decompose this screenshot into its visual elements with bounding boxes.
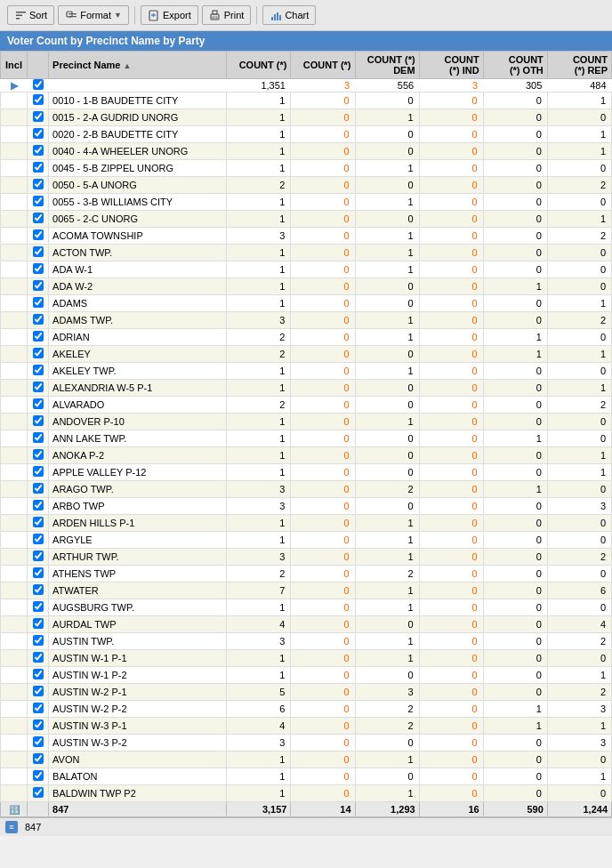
row-checkbox[interactable] [33,466,44,477]
row-checkbox[interactable] [33,449,44,460]
row-check[interactable] [28,515,49,532]
row-check[interactable] [28,464,49,481]
row-check[interactable] [28,109,49,126]
row-check[interactable] [28,768,49,785]
row-check[interactable] [28,329,49,346]
row-check[interactable] [28,735,49,751]
row-check[interactable] [28,532,49,549]
row-check[interactable] [28,447,49,464]
row-checkbox[interactable] [33,297,44,308]
row-checkbox[interactable] [33,753,44,764]
row-checkbox[interactable] [33,365,44,375]
export-button[interactable]: Export [141,5,198,25]
row-checkbox[interactable] [33,229,44,240]
row-co: 0 [483,583,547,599]
row-check[interactable] [28,599,49,616]
row-check[interactable] [28,498,49,515]
row-check[interactable] [28,261,49,278]
row-check[interactable] [28,312,49,329]
row-checkbox[interactable] [33,314,44,325]
row-cs: 4 [227,616,291,633]
row-check[interactable] [28,92,49,109]
row-checkbox[interactable] [33,770,44,781]
table-row: ARAGO TWP. 3 0 2 0 1 0 [1,481,612,498]
row-checkbox[interactable] [33,145,44,156]
row-check[interactable] [28,785,49,802]
row-check[interactable] [28,143,49,160]
row-checkbox[interactable] [33,111,44,122]
print-button[interactable]: Print [202,5,252,25]
row-checkbox[interactable] [33,551,44,561]
row-check[interactable] [28,245,49,261]
row-check[interactable] [28,701,49,718]
row-check[interactable] [28,397,49,414]
row-check[interactable] [28,667,49,684]
row-checkbox[interactable] [33,601,44,612]
row-checkbox[interactable] [33,719,44,730]
row-checkbox[interactable] [33,652,44,663]
row-check[interactable] [28,566,49,583]
row-check[interactable] [28,346,49,363]
row-check[interactable] [28,211,49,228]
row-check[interactable] [28,228,49,245]
row-ci: 0 [419,228,483,245]
row-check[interactable] [28,751,49,768]
row-check[interactable] [28,380,49,397]
sort-button[interactable]: Sort [7,5,54,25]
row-check[interactable] [28,278,49,295]
row-check[interactable] [28,583,49,599]
report-title: Voter Count by Precinct Name by Party [7,35,205,47]
row-checkbox[interactable] [33,584,44,595]
row-checkbox[interactable] [33,162,44,173]
row-checkbox[interactable] [33,500,44,510]
summary-checkbox[interactable] [33,79,44,90]
row-check[interactable] [28,650,49,667]
row-check[interactable] [28,177,49,194]
row-checkbox[interactable] [33,128,44,139]
format-button[interactable]: Format ▼ [58,5,129,25]
row-checkbox[interactable] [33,263,44,274]
row-checkbox[interactable] [33,415,44,426]
row-checkbox[interactable] [33,196,44,206]
row-cd: 1 [355,109,419,126]
row-check[interactable] [28,126,49,143]
header-precinct-name[interactable]: Precinct Name ▲ [49,52,227,79]
row-check[interactable] [28,549,49,566]
row-checkbox[interactable] [33,736,44,747]
row-checkbox[interactable] [33,348,44,358]
row-checkbox[interactable] [33,280,44,291]
chart-icon [270,9,282,21]
row-ci: 0 [419,718,483,735]
row-checkbox[interactable] [33,483,44,494]
row-checkbox[interactable] [33,94,44,105]
row-checkbox[interactable] [33,432,44,443]
row-checkbox[interactable] [33,669,44,679]
row-checkbox[interactable] [33,331,44,342]
row-checkbox[interactable] [33,635,44,646]
row-co: 1 [483,701,547,718]
row-checkbox[interactable] [33,703,44,713]
row-checkbox[interactable] [33,398,44,409]
row-check[interactable] [28,363,49,380]
row-checkbox[interactable] [33,534,44,544]
row-checkbox[interactable] [33,179,44,189]
row-check[interactable] [28,194,49,211]
row-checkbox[interactable] [33,517,44,527]
row-check[interactable] [28,430,49,447]
row-check[interactable] [28,295,49,312]
row-checkbox[interactable] [33,567,44,578]
row-check[interactable] [28,616,49,633]
row-check[interactable] [28,160,49,177]
row-checkbox[interactable] [33,618,44,629]
row-checkbox[interactable] [33,213,44,223]
row-check[interactable] [28,414,49,430]
row-checkbox[interactable] [33,382,44,392]
row-check[interactable] [28,633,49,650]
row-checkbox[interactable] [33,246,44,257]
row-check[interactable] [28,718,49,735]
row-checkbox[interactable] [33,686,44,696]
chart-button[interactable]: Chart [262,5,316,25]
row-checkbox[interactable] [33,787,44,798]
row-check[interactable] [28,481,49,498]
row-check[interactable] [28,684,49,701]
